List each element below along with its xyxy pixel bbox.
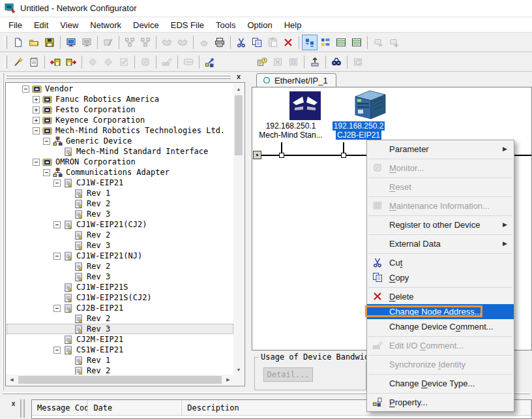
bandwidth-detail-button[interactable]: Detail... [263,367,313,382]
print-button[interactable] [212,35,228,50]
delete-button[interactable] [280,35,296,50]
find-button[interactable] [329,54,344,70]
new-button[interactable] [10,35,26,50]
message-monitor-button[interactable] [181,54,196,70]
network-download-button[interactable] [138,35,153,50]
context-menu-item-change-node-address[interactable]: Change Node Address... [367,304,514,319]
tree-item-communications-adapter[interactable]: −Communications Adapter [7,167,233,178]
context-menu-item-parameter[interactable]: Parameter▶ [367,142,514,157]
disconnect-network-button[interactable] [79,35,95,50]
tree-item-mech-mind-standard-interface[interactable]: Mech-Mind Standard Interface [7,146,233,157]
menu-eds-file[interactable]: EDS File [165,19,210,31]
column-header-date[interactable]: Date [88,400,182,415]
message-pane-grip[interactable] [20,399,25,418]
tree-item-rev-3[interactable]: Rev 3 [7,324,233,334]
refresh-button[interactable] [350,54,366,70]
scroll-down-icon[interactable]: ▼ [233,364,244,375]
scroll-left-icon[interactable]: ◀ [7,375,17,385]
tree-item-cj1w-eip21[interactable]: −CJ1W-EIP21 [7,178,233,188]
context-menu-item-cut[interactable]: Cut [367,255,514,270]
connect-network-button[interactable] [63,35,79,50]
device-cj2b-eip21-label[interactable]: 192.168.250.2 CJ2B-EIP21 [323,121,394,140]
tree-hscroll-thumb[interactable] [18,376,222,384]
toolbar-grip[interactable] [4,36,7,49]
device-table-view-button[interactable] [333,35,349,50]
insert-network-button[interactable] [386,35,402,50]
network-upload-button[interactable] [122,35,138,50]
delete-network-button[interactable] [370,35,386,50]
context-menu-item-change-device-type[interactable]: Change Device Type... [367,376,514,391]
tree-panel-close-button[interactable]: x [234,72,243,82]
tree-expander-icon[interactable]: − [53,179,61,187]
tree-item-cj2b-eip21[interactable]: −CJ2B-EIP21 [7,303,233,313]
tree-item-mech-mind-robotics-technologies-ltd-[interactable]: −Mech-Mind Robotics Technologies Ltd. [7,125,233,136]
paste-button[interactable] [265,35,280,50]
detail-view-button[interactable] [318,35,333,50]
tree-item-cj1w-eip21s-cj2-[interactable]: CJ1W-EIP21S(CJ2) [7,292,233,303]
menu-edit[interactable]: Edit [28,19,54,31]
context-menu-item-property[interactable]: Property... [367,395,514,410]
menu-option[interactable]: Option [241,19,278,31]
context-menu-item-register-to-other-device[interactable]: Register to other Device▶ [367,217,514,232]
scroll-up-icon[interactable]: ▲ [233,84,244,94]
tree-expander-icon[interactable]: − [43,169,50,176]
tree-item-rev-3[interactable]: Rev 3 [7,240,233,251]
toolbar-grip[interactable] [4,55,7,69]
monitor-device-button[interactable] [138,54,153,70]
tree-expander-icon[interactable]: − [33,127,40,134]
context-menu-item-copy[interactable]: Copy [367,270,514,285]
tree-item-rev-3[interactable]: Rev 3 [7,209,233,219]
context-menu-item-delete[interactable]: Delete [367,289,514,304]
network-table-view-button[interactable] [349,35,364,50]
upload-from-network-button[interactable] [63,54,79,70]
tree-item-generic-device[interactable]: −Generic Device [7,136,233,146]
tree-vertical-scrollbar[interactable]: ▲ ▼ [233,84,244,375]
cut-button[interactable] [233,35,249,50]
copy-button[interactable] [249,35,265,50]
tree-item-festo-corporation[interactable]: +Festo Corporation [7,104,233,115]
eds-file-button[interactable] [26,54,42,70]
column-header-message-code[interactable]: Message Code [32,400,88,415]
clear-device-button[interactable] [270,54,286,70]
upload-device-button[interactable] [307,54,323,70]
edit-io-comment-button[interactable] [159,54,175,70]
download-to-network-button[interactable] [48,54,63,70]
verify-device-button[interactable] [116,54,132,70]
compare-device-1-button[interactable] [85,54,100,70]
tree-item-vendor[interactable]: −Vendor [7,84,233,94]
edit-configuration-button[interactable] [100,35,116,50]
tree-vscroll-thumb[interactable] [235,95,243,155]
tree-item-rev-2[interactable]: Rev 2 [7,313,233,324]
tab-ethernet-ip-1[interactable]: EtherNet/IP_1 [256,73,336,87]
save-button[interactable] [42,35,57,50]
context-menu-item-monitor[interactable]: Monitor... [367,161,514,176]
device-cj2b-eip21-icon[interactable] [350,89,387,120]
tree-item-rev-2[interactable]: Rev 2 [7,230,233,240]
open-button[interactable] [26,35,42,50]
compare-device-2-button[interactable] [100,54,116,70]
message-pane-close-button[interactable]: x [9,400,18,409]
context-menu-item-maintenance-information[interactable]: Maintenance Information... [367,198,514,213]
menu-view[interactable]: View [54,19,84,31]
tree-expander-icon[interactable]: − [53,221,61,228]
menu-help[interactable]: Help [278,19,308,31]
menu-file[interactable]: File [3,19,28,31]
tree-item-cs1w-eip21[interactable]: −CS1W-EIP21 [7,345,233,355]
tree-panel-grip[interactable] [7,74,231,80]
panel-splitter[interactable] [246,72,250,392]
context-menu-item-reset[interactable]: Reset [367,179,514,194]
tree-item-rev-2[interactable]: Rev 2 [7,198,233,209]
tree-item-rev-2[interactable]: Rev 2 [7,261,233,272]
menu-device[interactable]: Device [127,19,165,31]
network-verify-2-button[interactable] [175,35,190,50]
scroll-right-icon[interactable]: ▶ [223,375,233,385]
tree-item-cj1w-eip21-cj2-[interactable]: −CJ1W-EIP21(CJ2) [7,219,233,230]
tree-expander-icon[interactable]: + [33,96,40,103]
tree-item-keyence-corporation[interactable]: +Keyence Corporation [7,115,233,125]
tree-item-cj1w-eip21s[interactable]: CJ1W-EIP21S [7,282,233,292]
tree-expander-icon[interactable]: − [33,159,40,166]
tree-item-rev-3[interactable]: Rev 3 [7,272,233,282]
device-mech-mind-icon[interactable] [289,91,321,120]
tree-item-omron-corporation[interactable]: −OMRON Corporation [7,157,233,167]
tree-expander-icon[interactable]: − [43,138,50,145]
